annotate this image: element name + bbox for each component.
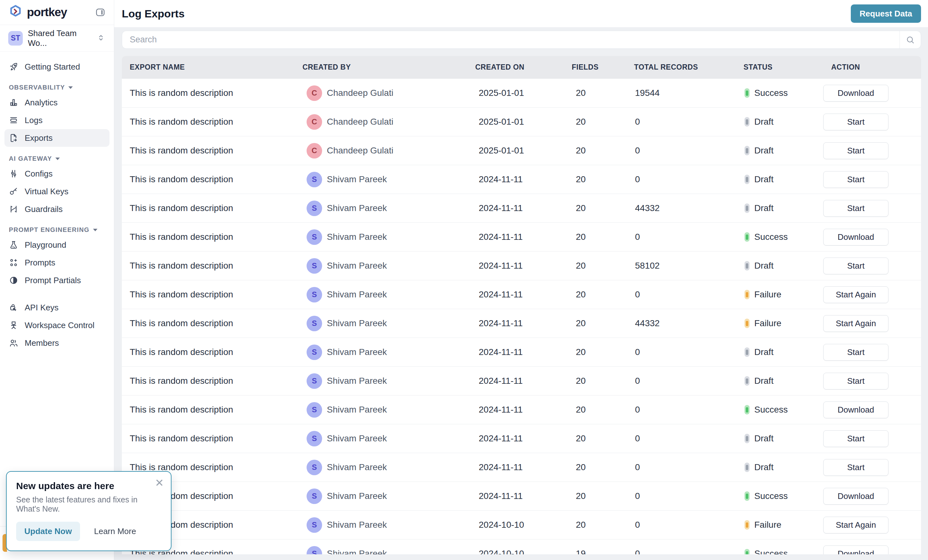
workspace-selector[interactable]: ST Shared Team Wo... <box>0 25 114 52</box>
action-cell: Download <box>823 85 920 102</box>
creator-name: Shivam Pareek <box>327 520 387 530</box>
sidebar-collapse-icon[interactable] <box>95 7 106 18</box>
action-button[interactable]: Start <box>823 258 888 274</box>
bar-chart-icon <box>9 98 19 108</box>
total-records-cell: 44332 <box>626 318 736 328</box>
search-icon[interactable] <box>900 35 921 44</box>
table-row: This is random description S Shivam Pare… <box>122 337 921 366</box>
created-on-cell: 2025-01-01 <box>467 88 564 98</box>
export-name-cell: This is random description <box>122 203 295 213</box>
created-on-cell: 2024-11-11 <box>467 203 564 213</box>
action-button[interactable]: Download <box>823 545 888 555</box>
sidebar-item-label: Members <box>25 338 59 348</box>
created-by-cell: S Shivam Pareek <box>295 345 467 360</box>
action-cell: Start <box>823 258 920 274</box>
request-data-button[interactable]: Request Data <box>851 5 921 23</box>
sidebar-item-prompts[interactable]: Prompts <box>5 254 110 272</box>
status-label: Success <box>754 549 788 554</box>
sidebar-item-analytics[interactable]: Analytics <box>5 94 110 111</box>
status-cell: Draft <box>736 174 823 185</box>
status-cell: Failure <box>736 520 823 530</box>
action-button[interactable]: Download <box>823 85 888 102</box>
action-cell: Download <box>823 229 920 246</box>
sidebar-item-getting-started[interactable]: Getting Started <box>5 58 110 76</box>
export-name-cell: This is random description <box>122 318 295 328</box>
sidebar-item-guardrails[interactable]: Guardrails <box>5 200 110 218</box>
created-by-cell: C Chandeep Gulati <box>295 114 467 130</box>
status-label: Draft <box>754 203 774 213</box>
sidebar-item-prompt-partials[interactable]: Prompt Partials <box>5 272 110 289</box>
logs-icon <box>9 115 19 125</box>
page-title: Log Exports <box>122 8 185 20</box>
action-button[interactable]: Start Again <box>823 517 888 533</box>
table-row: This is random description C Chandeep Gu… <box>122 107 921 136</box>
popup-actions: Update Now Learn More <box>16 522 161 541</box>
action-button[interactable]: Download <box>823 401 888 418</box>
total-records-cell: 0 <box>626 433 736 444</box>
col-header-created-on: CREATED ON <box>467 63 564 72</box>
action-button[interactable]: Start Again <box>823 315 888 332</box>
avatar: C <box>307 143 322 159</box>
table-row: This is random description S Shivam Pare… <box>122 395 921 424</box>
status-cell: Success <box>736 232 823 242</box>
sidebar-item-logs[interactable]: Logs <box>5 111 110 129</box>
total-records-cell: 44332 <box>626 203 736 213</box>
sidebar-item-label: Analytics <box>25 98 58 108</box>
close-icon[interactable]: ✕ <box>155 478 164 488</box>
fields-cell: 20 <box>564 405 626 415</box>
learn-more-button[interactable]: Learn More <box>94 526 136 536</box>
section-observability[interactable]: OBSERVABILITY <box>9 84 110 91</box>
table-row: This is random description S Shivam Pare… <box>122 482 921 510</box>
section-prompt-engineering[interactable]: PROMPT ENGINEERING <box>9 226 110 233</box>
sidebar-item-configs[interactable]: Configs <box>5 165 110 183</box>
created-by-cell: S Shivam Pareek <box>295 488 467 504</box>
fields-cell: 20 <box>564 290 626 300</box>
creator-name: Shivam Pareek <box>327 405 387 415</box>
sidebar-item-playground[interactable]: Playground <box>5 236 110 254</box>
status-label: Success <box>754 405 788 415</box>
sidebar-item-members[interactable]: Members <box>5 334 110 352</box>
sidebar-item-workspace-control[interactable]: Workspace Control <box>5 316 110 334</box>
status-cell: Draft <box>736 203 823 213</box>
action-cell: Start <box>823 430 920 447</box>
status-cell: Success <box>736 491 823 501</box>
status-indicator <box>745 520 749 529</box>
created-on-cell: 2024-11-11 <box>467 376 564 386</box>
action-button[interactable]: Download <box>823 488 888 505</box>
sidebar-item-label: Workspace Control <box>25 320 95 330</box>
action-button[interactable]: Start <box>823 459 888 476</box>
total-records-cell: 0 <box>626 520 736 530</box>
action-button[interactable]: Start <box>823 200 888 217</box>
search-input[interactable] <box>122 35 899 44</box>
action-button[interactable]: Start <box>823 114 888 130</box>
export-name-cell: This is random description <box>122 405 295 415</box>
created-by-cell: S Shivam Pareek <box>295 546 467 555</box>
table-row: This is random description S Shivam Pare… <box>122 223 921 251</box>
section-ai-gateway[interactable]: AI GATEWAY <box>9 155 110 162</box>
created-on-cell: 2024-11-11 <box>467 318 564 328</box>
action-button[interactable]: Download <box>823 229 888 246</box>
action-button[interactable]: Start <box>823 142 888 159</box>
fields-cell: 20 <box>564 117 626 127</box>
action-button[interactable]: Start <box>823 344 888 361</box>
total-records-cell: 0 <box>626 145 736 156</box>
update-now-button[interactable]: Update Now <box>16 522 80 541</box>
action-button[interactable]: Start <box>823 373 888 389</box>
table-row: This is random description S Shivam Pare… <box>122 366 921 395</box>
action-button[interactable]: Start Again <box>823 286 888 303</box>
total-records-cell: 58102 <box>626 261 736 271</box>
action-button[interactable]: Start <box>823 171 888 188</box>
status-indicator <box>745 549 749 554</box>
sidebar-item-exports[interactable]: Exports <box>5 129 110 147</box>
action-cell: Start Again <box>823 517 920 533</box>
sidebar-item-api-keys[interactable]: API Keys <box>5 299 110 316</box>
fields-cell: 20 <box>564 520 626 530</box>
sidebar-item-virtual-keys[interactable]: Virtual Keys <box>5 183 110 200</box>
fields-cell: 20 <box>564 88 626 98</box>
status-label: Failure <box>754 290 781 300</box>
topbar: Log Exports Request Data <box>114 0 928 27</box>
avatar: S <box>307 258 322 274</box>
brand: portkey <box>8 5 67 20</box>
action-button[interactable]: Start <box>823 430 888 447</box>
status-label: Draft <box>754 117 774 127</box>
